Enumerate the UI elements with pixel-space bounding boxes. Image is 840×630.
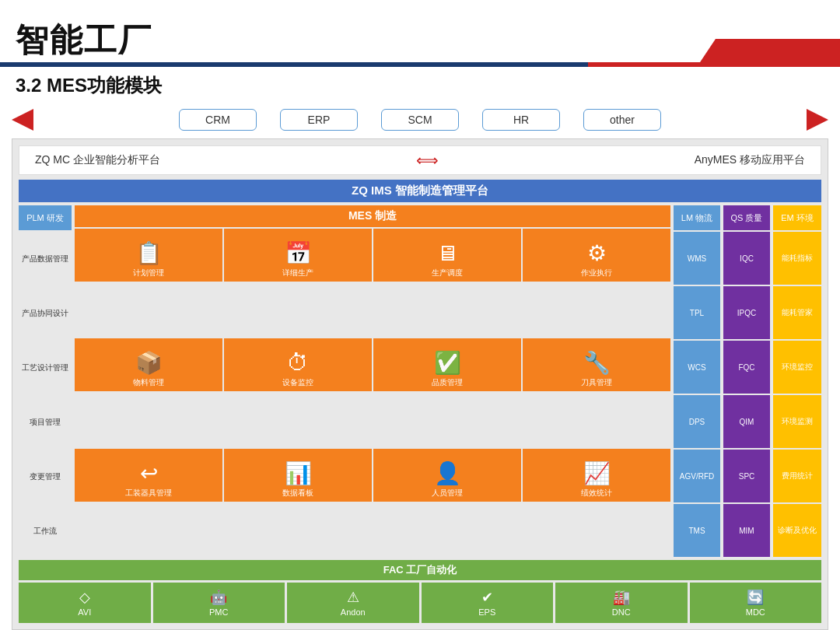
em-item-4: 费用统计	[773, 450, 821, 502]
mes-cell-1: 📅 详细生产	[224, 229, 372, 282]
avi-icon-4: 🏭	[613, 589, 630, 606]
arrow-right-icon	[807, 109, 828, 131]
em-item-1: 能耗管家	[773, 286, 821, 339]
mes-label-6: 品质管理	[432, 377, 463, 388]
mes-cell-9: 📊 数据看板	[224, 449, 372, 502]
plm-item-6: 工作流	[19, 504, 72, 557]
page-title: 智能工厂	[16, 19, 152, 62]
avi-item-0: ◇ AVI	[19, 583, 151, 623]
mes-icon-10: 👤	[434, 460, 461, 486]
avi-item-5: 🔄 MDC	[690, 583, 822, 623]
platform-row: ZQ MC 企业智能分析平台 ⟺ AnyMES 移动应用平台	[19, 145, 821, 175]
em-column: EM 环境 能耗指标 能耗管家 环境监控 环境监测 费用统计 诊断及优化	[773, 205, 821, 557]
header: 智能工厂	[0, 0, 840, 62]
fac-row: FAC 工厂自动化	[19, 560, 821, 580]
mes-cell-4: 📦 物料管理	[75, 338, 222, 391]
avi-icon-0: ◇	[79, 589, 90, 606]
mes-cell-10: 👤 人员管理	[373, 449, 521, 502]
lm-item-5: TMS	[674, 504, 720, 557]
avi-icon-1: 🤖	[210, 589, 227, 606]
lm-item-0: WMS	[674, 232, 720, 285]
lm-item-4: AGV/RFD	[674, 450, 720, 502]
sys-crm[interactable]: CRM	[179, 109, 257, 131]
sys-other[interactable]: other	[583, 109, 661, 131]
lm-item-2: WCS	[674, 341, 720, 394]
mes-cell-7: 🔧 刀具管理	[523, 338, 670, 391]
mes-icon-8: ↩	[140, 460, 158, 486]
em-item-2: 环境监控	[773, 341, 821, 394]
mes-cell-11: 📈 绩效统计	[523, 449, 670, 502]
content-grid: PLM 研发 产品数据管理 产品协同设计 工艺设计管理 项目管理 变更管理 工作…	[19, 205, 821, 557]
avi-item-3: ✔ EPS	[422, 583, 554, 623]
mes-cell-0: 📋 计划管理	[75, 229, 222, 282]
avi-icon-2: ⚠	[347, 589, 359, 606]
platform-left: ZQ MC 企业智能分析平台	[35, 153, 160, 167]
mes-label-5: 设备监控	[282, 377, 313, 388]
mes-icon-1: 📅	[285, 240, 312, 266]
avi-label-3: EPS	[478, 607, 495, 617]
avi-label-5: MDC	[746, 607, 765, 617]
section-title: 3.2 MES功能模块	[0, 67, 840, 104]
mes-icon-5: ⏱	[287, 350, 309, 376]
mes-label-9: 数据看板	[282, 488, 313, 499]
mes-icon-11: 📈	[583, 460, 611, 486]
mes-label-2: 生产调度	[432, 268, 463, 278]
lm-column: LM 物流 WMS TPL WCS DPS AGV/RFD TMS	[674, 205, 720, 557]
em-header: EM 环境	[773, 205, 821, 230]
lm-item-3: DPS	[674, 395, 720, 448]
avi-item-2: ⚠ Andon	[287, 583, 419, 623]
ims-title: ZQ IMS 智能制造管理平台	[19, 180, 821, 202]
qs-item-1: IPQC	[723, 286, 770, 339]
mes-column: MES 制造 📋 计划管理 📅 详细生产 🖥 生产调度 ⚙ 作业执行	[75, 205, 670, 557]
avi-label-2: Andon	[341, 607, 366, 617]
lm-header: LM 物流	[674, 205, 720, 230]
avi-item-1: 🤖 PMC	[153, 583, 285, 623]
mes-label-1: 详细生产	[282, 268, 313, 278]
mes-icon-7: 🔧	[583, 350, 611, 376]
mes-cell-3: ⚙ 作业执行	[523, 229, 670, 282]
arrow-left-icon	[12, 109, 33, 131]
qs-header: QS 质量	[723, 205, 770, 230]
mes-icon-2: 🖥	[436, 240, 458, 266]
header-accent	[700, 39, 840, 62]
mes-label-11: 绩效统计	[581, 488, 612, 499]
mes-icon-3: ⚙	[587, 240, 607, 266]
mes-label-7: 刀具管理	[581, 377, 612, 388]
mes-icon-9: 📊	[285, 460, 312, 486]
sys-erp[interactable]: ERP	[280, 109, 358, 131]
mes-icon-6: ✅	[434, 350, 461, 376]
mes-label-3: 作业执行	[581, 268, 612, 278]
qs-column: QS 质量 IQC IPQC FQC QIM SPC MIM	[723, 205, 770, 557]
plm-header: PLM 研发	[19, 205, 72, 230]
em-item-0: 能耗指标	[773, 232, 821, 285]
sys-scm[interactable]: SCM	[381, 109, 459, 131]
mes-header: MES 制造	[75, 205, 670, 227]
plm-item-2: 产品协同设计	[19, 286, 72, 339]
plm-column: PLM 研发 产品数据管理 产品协同设计 工艺设计管理 项目管理 变更管理 工作…	[19, 205, 72, 557]
mes-icon-0: 📋	[135, 240, 163, 266]
plm-item-5: 变更管理	[19, 450, 72, 502]
avi-icon-5: 🔄	[747, 589, 764, 606]
avi-label-4: DNC	[612, 607, 631, 617]
mes-diagram: ZQ MC 企业智能分析平台 ⟺ AnyMES 移动应用平台 ZQ IMS 智能…	[12, 138, 828, 630]
lm-item-1: TPL	[674, 286, 720, 339]
avi-icon-3: ✔	[481, 589, 493, 606]
em-item-3: 环境监测	[773, 395, 821, 448]
plm-item-1: 产品数据管理	[19, 232, 72, 285]
mes-cell-5: ⏱ 设备监控	[224, 338, 372, 391]
plm-item-3: 工艺设计管理	[19, 341, 72, 394]
avi-item-4: 🏭 DNC	[555, 583, 688, 623]
mes-cell-2: 🖥 生产调度	[373, 229, 521, 282]
platform-right: AnyMES 移动应用平台	[695, 153, 805, 167]
plm-item-4: 项目管理	[19, 395, 72, 448]
sys-hr[interactable]: HR	[482, 109, 560, 131]
mes-label-10: 人员管理	[432, 488, 463, 499]
platform-arrow-icon: ⟺	[416, 151, 439, 170]
mes-label-0: 计划管理	[133, 268, 164, 278]
em-item-5: 诊断及优化	[773, 504, 821, 557]
mes-cell-8: ↩ 工装器具管理	[75, 449, 222, 502]
mes-cell-6: ✅ 品质管理	[373, 338, 521, 391]
qs-item-0: IQC	[723, 232, 770, 285]
mes-grid: 📋 计划管理 📅 详细生产 🖥 生产调度 ⚙ 作业执行 📦 物料管理	[75, 229, 670, 557]
avi-row: ◇ AVI 🤖 PMC ⚠ Andon ✔ EPS 🏭 DNC 🔄 MDC	[19, 583, 821, 623]
